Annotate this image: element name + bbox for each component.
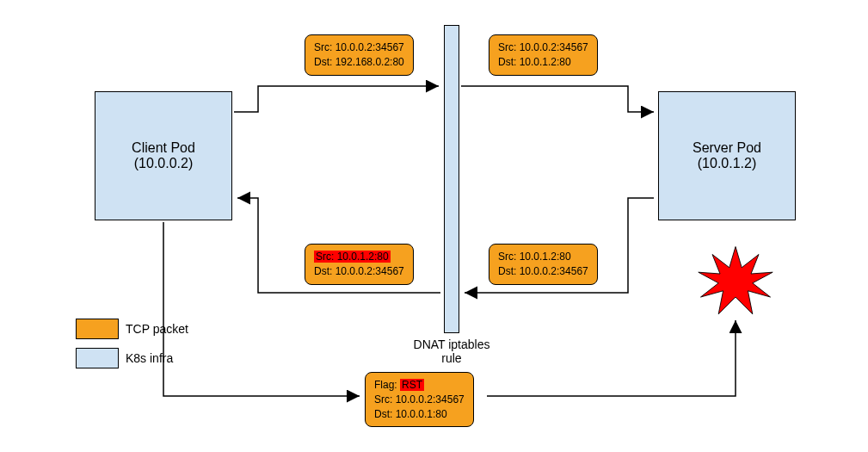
client-pod: Client Pod (10.0.0.2) <box>95 91 232 220</box>
packet-dst: Dst: 10.0.0.2:34567 <box>498 264 588 279</box>
legend-packet-label: TCP packet <box>126 322 188 336</box>
nat-bar <box>444 25 459 333</box>
server-pod-ip: (10.0.1.2) <box>698 156 756 171</box>
packet-dst: Dst: 10.0.1.2:80 <box>498 55 588 70</box>
packet-src: Src: 10.0.0.2:34567 <box>374 393 465 407</box>
packet-top-right: Src: 10.0.0.2:34567 Dst: 10.0.1.2:80 <box>489 34 598 76</box>
rst-flag: RST <box>400 379 424 391</box>
client-pod-title: Client Pod <box>132 140 195 156</box>
arrow-nat-to-server <box>461 86 654 112</box>
error-starburst-icon <box>697 243 774 320</box>
svg-marker-0 <box>699 247 773 314</box>
packet-src: Src: 10.0.0.2:34567 <box>498 40 588 55</box>
arrow-rst-to-server <box>487 320 736 396</box>
nat-label: DNAT iptables rule <box>413 337 490 365</box>
highlight: Src: 10.0.1.2:80 <box>314 251 391 263</box>
packet-mid-right: Src: 10.0.1.2:80 Dst: 10.0.0.2:34567 <box>489 244 598 285</box>
packet-dst: Dst: 10.0.0.2:34567 <box>314 264 404 279</box>
packet-dst: Dst: 10.0.0.1:80 <box>374 407 465 422</box>
packet-flag-line: Flag: RST <box>374 378 465 393</box>
packet-dst: Dst: 192.168.0.2:80 <box>314 55 404 70</box>
packet-src: Src: 10.0.1.2:80 <box>314 250 404 264</box>
legend-packet-swatch <box>76 319 119 339</box>
arrow-client-to-nat <box>234 86 439 112</box>
server-pod-title: Server Pod <box>693 140 761 156</box>
client-pod-ip: (10.0.0.2) <box>134 156 193 171</box>
packet-src: Src: 10.0.0.2:34567 <box>314 40 404 55</box>
packet-top-left: Src: 10.0.0.2:34567 Dst: 192.168.0.2:80 <box>305 34 414 76</box>
packet-src: Src: 10.0.1.2:80 <box>498 250 588 264</box>
server-pod: Server Pod (10.0.1.2) <box>658 91 796 220</box>
legend-infra-label: K8s infra <box>126 351 173 365</box>
legend-infra-swatch <box>76 348 119 368</box>
packet-rst: Flag: RST Src: 10.0.0.2:34567 Dst: 10.0.… <box>365 372 474 427</box>
packet-mid-left: Src: 10.0.1.2:80 Dst: 10.0.0.2:34567 <box>305 244 414 285</box>
